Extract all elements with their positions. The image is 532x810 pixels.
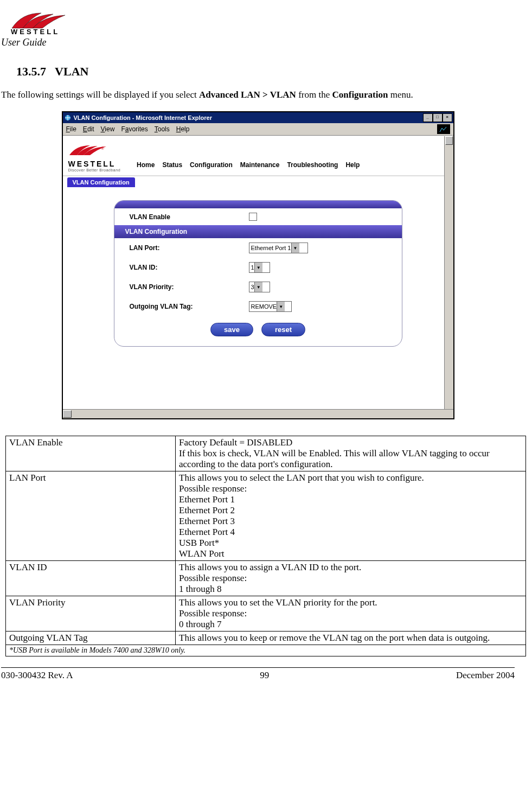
svg-rect-1 <box>439 126 448 132</box>
minimize-button[interactable]: _ <box>423 113 433 122</box>
table-row: VLAN Enable Factory Default = DISABLED I… <box>6 436 526 471</box>
page-logo: ® WESTELL Discover Better Broadband <box>68 143 121 172</box>
param-desc: This allows you to select the LAN port t… <box>176 471 526 561</box>
section-number: 13.5.7 <box>16 65 46 78</box>
param-name: VLAN ID <box>6 561 176 596</box>
footer-right: December 2004 <box>456 670 515 681</box>
lan-port-label: LAN Port: <box>130 244 249 252</box>
menu-view[interactable]: View <box>101 125 115 133</box>
menu-help[interactable]: Help <box>176 125 190 133</box>
param-desc: This allows you to assign a VLAN ID to t… <box>176 561 526 596</box>
vlan-priority-select[interactable]: 3 ▼ <box>249 282 270 292</box>
footer-left: 030-300432 Rev. A <box>1 670 73 681</box>
param-name: LAN Port <box>6 471 176 561</box>
nav-configuration[interactable]: Configuration <box>190 161 233 169</box>
intro-prefix: The following settings will be displayed… <box>1 90 199 100</box>
table-footnote: *USB Port is available in Models 7400 an… <box>6 645 526 656</box>
window-title: VLAN Configuration - Microsoft Internet … <box>74 114 212 121</box>
param-desc: This allows you to keep or remove the VL… <box>176 632 526 645</box>
nav-troubleshooting[interactable]: Troubleshooting <box>287 161 338 169</box>
intro-mid: from the <box>296 90 332 100</box>
table-row: VLAN ID This allows you to assign a VLAN… <box>6 561 526 596</box>
close-button[interactable]: × <box>443 113 452 122</box>
table-row: VLAN Priority This allows you to set the… <box>6 596 526 632</box>
reset-button[interactable]: reset <box>261 323 305 336</box>
intro-suffix: menu. <box>388 90 413 100</box>
parameters-table: VLAN Enable Factory Default = DISABLED I… <box>5 436 526 656</box>
nav-home[interactable]: Home <box>137 161 155 169</box>
param-name: VLAN Priority <box>6 596 176 632</box>
footer-page-number: 99 <box>260 670 269 681</box>
maximize-button[interactable]: □ <box>433 113 443 122</box>
card-section-header: VLAN Configuration <box>114 225 402 238</box>
menu-edit[interactable]: Edit <box>83 125 94 133</box>
page-logo-brand: WESTELL <box>68 160 121 168</box>
chevron-down-icon: ▼ <box>291 243 299 253</box>
vlan-id-label: VLAN ID: <box>130 264 249 271</box>
section-title-text: VLAN <box>55 65 88 78</box>
card-top-bar <box>114 201 402 208</box>
svg-text:®: ® <box>101 146 104 151</box>
horizontal-scrollbar[interactable] <box>63 409 453 418</box>
menu-file[interactable]: File <box>66 125 76 133</box>
chevron-down-icon: ▼ <box>254 263 262 272</box>
user-guide-label: User Guide <box>1 37 516 48</box>
table-row: Outgoing VLAN Tag This allows you to kee… <box>6 632 526 645</box>
vlan-id-select[interactable]: 1 ▼ <box>249 262 270 273</box>
nav-maintenance[interactable]: Maintenance <box>240 161 280 169</box>
menu-favorites[interactable]: Favorites <box>121 125 148 133</box>
ie-throbber-icon <box>437 124 450 134</box>
window-titlebar: VLAN Configuration - Microsoft Internet … <box>63 112 453 123</box>
param-name: VLAN Enable <box>6 436 176 471</box>
browser-menubar: File Edit View Favorites Tools Help <box>63 123 453 136</box>
section-intro: The following settings will be displayed… <box>1 90 516 100</box>
subnav: VLAN Configuration <box>67 177 453 187</box>
save-button[interactable]: save <box>210 323 253 336</box>
table-row: LAN Port This allows you to select the L… <box>6 471 526 561</box>
intro-bold1: Advanced LAN > VLAN <box>199 90 296 100</box>
westell-swoosh-icon: WESTELL <box>11 11 70 35</box>
subnav-vlan-configuration[interactable]: VLAN Configuration <box>67 177 135 187</box>
vlan-config-card: VLAN Enable VLAN Configuration LAN Port:… <box>114 200 402 347</box>
section-heading: 13.5.7 VLAN <box>16 65 516 79</box>
browser-content: ® WESTELL Discover Better Broadband Home… <box>63 136 453 418</box>
outgoing-tag-value: REMOVE <box>251 303 277 310</box>
doc-header-logo: WESTELL <box>11 11 516 35</box>
chevron-down-icon: ▼ <box>277 302 285 311</box>
page-header: ® WESTELL Discover Better Broadband Home… <box>63 136 453 176</box>
menu-tools[interactable]: Tools <box>155 125 170 133</box>
vlan-enable-label: VLAN Enable <box>130 213 249 221</box>
page-logo-tagline: Discover Better Broadband <box>68 168 121 172</box>
outgoing-tag-select[interactable]: REMOVE ▼ <box>249 301 292 312</box>
ie-app-icon <box>64 114 72 122</box>
param-desc: This allows you to set the VLAN priority… <box>176 596 526 632</box>
main-nav: Home Status Configuration Maintenance Tr… <box>137 161 360 172</box>
vlan-enable-checkbox[interactable] <box>249 213 257 221</box>
nav-help[interactable]: Help <box>345 161 360 169</box>
table-footnote-row: *USB Port is available in Models 7400 an… <box>6 645 526 656</box>
param-desc: Factory Default = DISABLED If this box i… <box>176 436 526 471</box>
logo-brand-text: WESTELL <box>11 28 60 35</box>
browser-window: VLAN Configuration - Microsoft Internet … <box>62 111 454 419</box>
vertical-scrollbar[interactable] <box>444 136 453 410</box>
lan-port-select[interactable]: Ethernet Port 1 ▼ <box>249 243 308 253</box>
westell-swoosh-icon: ® <box>68 143 111 158</box>
lan-port-value: Ethernet Port 1 <box>251 245 291 251</box>
page-footer: 030-300432 Rev. A 99 December 2004 <box>1 667 515 681</box>
param-name: Outgoing VLAN Tag <box>6 632 176 645</box>
chevron-down-icon: ▼ <box>254 282 262 292</box>
nav-status[interactable]: Status <box>162 161 182 169</box>
intro-bold2: Configuration <box>332 90 388 100</box>
vlan-priority-label: VLAN Priority: <box>130 283 249 291</box>
outgoing-tag-label: Outgoing VLAN Tag: <box>130 303 249 310</box>
